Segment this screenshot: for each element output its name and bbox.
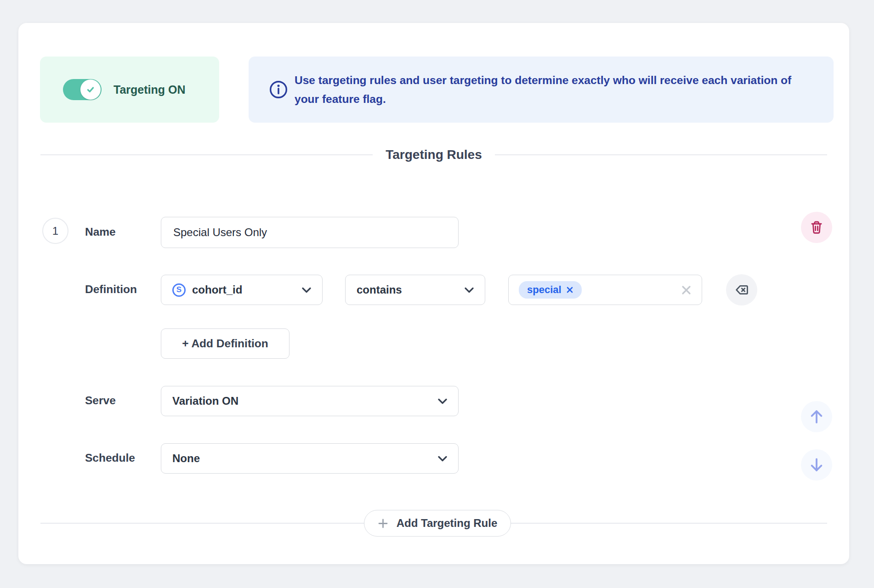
- schedule-value: None: [172, 452, 200, 465]
- remove-definition-button[interactable]: [726, 274, 757, 305]
- definition-field-value: cohort_id: [192, 283, 242, 296]
- definition-operator-value: contains: [357, 283, 402, 296]
- rule-number-badge: 1: [42, 218, 68, 244]
- chevron-down-icon: [438, 456, 447, 462]
- name-label: Name: [85, 226, 116, 238]
- chevron-down-icon: [465, 287, 474, 293]
- arrow-up-icon: [808, 408, 825, 425]
- clear-values-icon[interactable]: [681, 285, 692, 295]
- targeting-rules-divider: Targeting Rules: [40, 147, 827, 162]
- schedule-label: Schedule: [85, 452, 135, 464]
- targeting-toggle-label: Targeting ON: [114, 83, 185, 96]
- targeting-status-banner: Targeting ON: [40, 57, 219, 123]
- info-banner-text: Use targeting rules and user targeting t…: [295, 71, 800, 108]
- definition-field-dropdown[interactable]: S cohort_id: [161, 275, 323, 305]
- serve-dropdown[interactable]: Variation ON: [161, 386, 459, 416]
- toggle-knob: [80, 79, 101, 100]
- definition-values-field[interactable]: special: [508, 275, 702, 305]
- rule-name-input[interactable]: [161, 217, 459, 248]
- divider-line: [495, 154, 827, 155]
- statsig-s-icon: S: [172, 283, 186, 297]
- serve-value: Variation ON: [172, 395, 238, 407]
- chevron-down-icon: [302, 287, 311, 293]
- check-icon: [86, 85, 95, 94]
- add-targeting-rule-button[interactable]: Add Targeting Rule: [364, 510, 511, 537]
- schedule-dropdown[interactable]: None: [161, 443, 459, 474]
- serve-label: Serve: [85, 394, 116, 407]
- remove-tag-icon[interactable]: [566, 286, 573, 294]
- backspace-icon: [734, 283, 749, 297]
- delete-rule-button[interactable]: [801, 212, 832, 243]
- definition-label: Definition: [85, 283, 137, 296]
- add-definition-button[interactable]: + Add Definition: [161, 328, 289, 359]
- add-targeting-rule-label: Add Targeting Rule: [397, 517, 498, 530]
- targeting-toggle[interactable]: [63, 79, 102, 100]
- move-rule-up-button[interactable]: [801, 401, 832, 432]
- divider-line: [40, 154, 373, 155]
- plus-icon: [378, 518, 388, 529]
- definition-operator-dropdown[interactable]: contains: [345, 275, 485, 305]
- info-icon: [269, 80, 288, 99]
- trash-icon: [809, 220, 824, 235]
- info-banner: Use targeting rules and user targeting t…: [249, 57, 834, 123]
- value-tag-label: special: [527, 284, 562, 296]
- value-tag: special: [519, 281, 582, 299]
- targeting-panel: Targeting ON Use targeting rules and use…: [18, 23, 849, 564]
- section-title: Targeting Rules: [386, 147, 482, 162]
- move-rule-down-button[interactable]: [801, 449, 832, 481]
- arrow-down-icon: [808, 456, 825, 474]
- chevron-down-icon: [438, 398, 447, 404]
